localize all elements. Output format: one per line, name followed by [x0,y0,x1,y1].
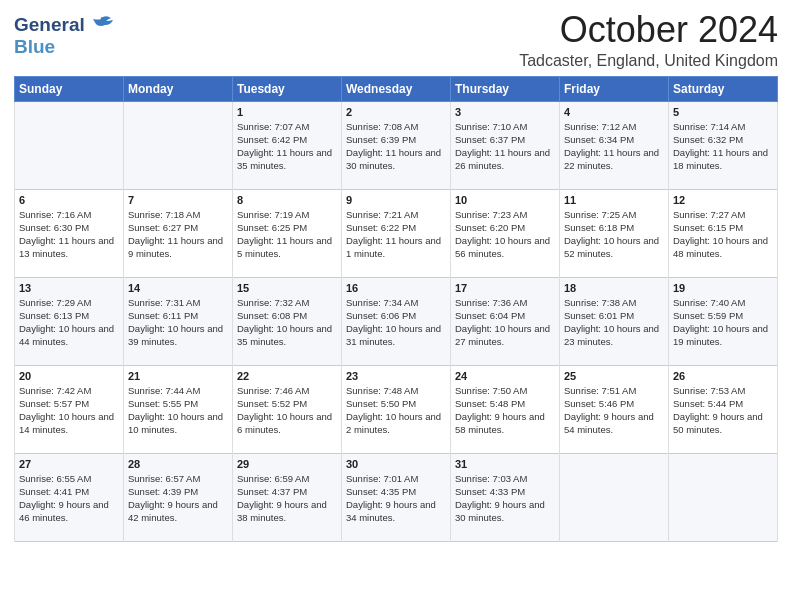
day-cell: 6 Sunrise: 7:16 AMSunset: 6:30 PMDayligh… [15,189,124,277]
day-number: 16 [346,282,446,294]
week-row-4: 20 Sunrise: 7:42 AMSunset: 5:57 PMDaylig… [15,365,778,453]
day-number: 27 [19,458,119,470]
day-info: Sunrise: 7:27 AMSunset: 6:15 PMDaylight:… [673,208,773,261]
day-number: 8 [237,194,337,206]
logo: General Blue [14,14,113,58]
col-wednesday: Wednesday [342,76,451,101]
day-number: 1 [237,106,337,118]
day-number: 31 [455,458,555,470]
day-info: Sunrise: 7:38 AMSunset: 6:01 PMDaylight:… [564,296,664,349]
day-cell: 3 Sunrise: 7:10 AMSunset: 6:37 PMDayligh… [451,101,560,189]
col-saturday: Saturday [669,76,778,101]
day-info: Sunrise: 7:32 AMSunset: 6:08 PMDaylight:… [237,296,337,349]
day-number: 6 [19,194,119,206]
day-cell: 14 Sunrise: 7:31 AMSunset: 6:11 PMDaylig… [124,277,233,365]
day-info: Sunrise: 7:08 AMSunset: 6:39 PMDaylight:… [346,120,446,173]
day-info: Sunrise: 7:40 AMSunset: 5:59 PMDaylight:… [673,296,773,349]
col-sunday: Sunday [15,76,124,101]
day-number: 30 [346,458,446,470]
day-info: Sunrise: 7:51 AMSunset: 5:46 PMDaylight:… [564,384,664,437]
day-info: Sunrise: 7:12 AMSunset: 6:34 PMDaylight:… [564,120,664,173]
day-info: Sunrise: 6:55 AMSunset: 4:41 PMDaylight:… [19,472,119,525]
day-cell: 25 Sunrise: 7:51 AMSunset: 5:46 PMDaylig… [560,365,669,453]
day-cell: 2 Sunrise: 7:08 AMSunset: 6:39 PMDayligh… [342,101,451,189]
day-cell: 4 Sunrise: 7:12 AMSunset: 6:34 PMDayligh… [560,101,669,189]
day-info: Sunrise: 7:50 AMSunset: 5:48 PMDaylight:… [455,384,555,437]
col-monday: Monday [124,76,233,101]
day-cell [15,101,124,189]
week-row-1: 1 Sunrise: 7:07 AMSunset: 6:42 PMDayligh… [15,101,778,189]
day-number: 15 [237,282,337,294]
calendar-body: 1 Sunrise: 7:07 AMSunset: 6:42 PMDayligh… [15,101,778,541]
day-cell: 20 Sunrise: 7:42 AMSunset: 5:57 PMDaylig… [15,365,124,453]
day-info: Sunrise: 7:01 AMSunset: 4:35 PMDaylight:… [346,472,446,525]
day-number: 18 [564,282,664,294]
day-cell: 10 Sunrise: 7:23 AMSunset: 6:20 PMDaylig… [451,189,560,277]
day-number: 14 [128,282,228,294]
day-info: Sunrise: 7:46 AMSunset: 5:52 PMDaylight:… [237,384,337,437]
day-info: Sunrise: 7:23 AMSunset: 6:20 PMDaylight:… [455,208,555,261]
day-cell: 5 Sunrise: 7:14 AMSunset: 6:32 PMDayligh… [669,101,778,189]
day-cell: 27 Sunrise: 6:55 AMSunset: 4:41 PMDaylig… [15,453,124,541]
col-tuesday: Tuesday [233,76,342,101]
day-cell: 8 Sunrise: 7:19 AMSunset: 6:25 PMDayligh… [233,189,342,277]
page: General Blue October 2024 Tadcaster, Eng… [0,0,792,612]
day-cell: 26 Sunrise: 7:53 AMSunset: 5:44 PMDaylig… [669,365,778,453]
day-number: 21 [128,370,228,382]
day-cell: 23 Sunrise: 7:48 AMSunset: 5:50 PMDaylig… [342,365,451,453]
day-cell: 9 Sunrise: 7:21 AMSunset: 6:22 PMDayligh… [342,189,451,277]
col-thursday: Thursday [451,76,560,101]
day-cell: 28 Sunrise: 6:57 AMSunset: 4:39 PMDaylig… [124,453,233,541]
day-number: 10 [455,194,555,206]
day-cell: 15 Sunrise: 7:32 AMSunset: 6:08 PMDaylig… [233,277,342,365]
day-number: 28 [128,458,228,470]
day-number: 29 [237,458,337,470]
day-info: Sunrise: 7:53 AMSunset: 5:44 PMDaylight:… [673,384,773,437]
day-number: 17 [455,282,555,294]
day-cell: 7 Sunrise: 7:18 AMSunset: 6:27 PMDayligh… [124,189,233,277]
day-info: Sunrise: 7:34 AMSunset: 6:06 PMDaylight:… [346,296,446,349]
day-number: 5 [673,106,773,118]
day-cell: 30 Sunrise: 7:01 AMSunset: 4:35 PMDaylig… [342,453,451,541]
day-info: Sunrise: 7:14 AMSunset: 6:32 PMDaylight:… [673,120,773,173]
day-info: Sunrise: 7:07 AMSunset: 6:42 PMDaylight:… [237,120,337,173]
week-row-2: 6 Sunrise: 7:16 AMSunset: 6:30 PMDayligh… [15,189,778,277]
day-info: Sunrise: 7:29 AMSunset: 6:13 PMDaylight:… [19,296,119,349]
day-info: Sunrise: 7:16 AMSunset: 6:30 PMDaylight:… [19,208,119,261]
location-title: Tadcaster, England, United Kingdom [519,52,778,70]
day-number: 7 [128,194,228,206]
day-number: 2 [346,106,446,118]
day-number: 26 [673,370,773,382]
logo-text: General Blue [14,14,113,58]
day-info: Sunrise: 6:59 AMSunset: 4:37 PMDaylight:… [237,472,337,525]
calendar-header: Sunday Monday Tuesday Wednesday Thursday… [15,76,778,101]
day-number: 20 [19,370,119,382]
day-cell: 22 Sunrise: 7:46 AMSunset: 5:52 PMDaylig… [233,365,342,453]
day-info: Sunrise: 6:57 AMSunset: 4:39 PMDaylight:… [128,472,228,525]
day-number: 24 [455,370,555,382]
day-info: Sunrise: 7:03 AMSunset: 4:33 PMDaylight:… [455,472,555,525]
day-number: 12 [673,194,773,206]
day-info: Sunrise: 7:10 AMSunset: 6:37 PMDaylight:… [455,120,555,173]
calendar-table: Sunday Monday Tuesday Wednesday Thursday… [14,76,778,542]
day-cell: 1 Sunrise: 7:07 AMSunset: 6:42 PMDayligh… [233,101,342,189]
day-info: Sunrise: 7:48 AMSunset: 5:50 PMDaylight:… [346,384,446,437]
day-cell: 21 Sunrise: 7:44 AMSunset: 5:55 PMDaylig… [124,365,233,453]
day-number: 19 [673,282,773,294]
week-row-5: 27 Sunrise: 6:55 AMSunset: 4:41 PMDaylig… [15,453,778,541]
day-cell [124,101,233,189]
day-info: Sunrise: 7:44 AMSunset: 5:55 PMDaylight:… [128,384,228,437]
day-number: 23 [346,370,446,382]
day-cell: 31 Sunrise: 7:03 AMSunset: 4:33 PMDaylig… [451,453,560,541]
day-cell: 13 Sunrise: 7:29 AMSunset: 6:13 PMDaylig… [15,277,124,365]
day-number: 25 [564,370,664,382]
day-cell: 24 Sunrise: 7:50 AMSunset: 5:48 PMDaylig… [451,365,560,453]
day-number: 9 [346,194,446,206]
bird-icon [91,15,113,33]
day-cell: 11 Sunrise: 7:25 AMSunset: 6:18 PMDaylig… [560,189,669,277]
header: General Blue October 2024 Tadcaster, Eng… [14,10,778,70]
day-cell [560,453,669,541]
day-info: Sunrise: 7:36 AMSunset: 6:04 PMDaylight:… [455,296,555,349]
day-cell: 18 Sunrise: 7:38 AMSunset: 6:01 PMDaylig… [560,277,669,365]
day-cell: 17 Sunrise: 7:36 AMSunset: 6:04 PMDaylig… [451,277,560,365]
